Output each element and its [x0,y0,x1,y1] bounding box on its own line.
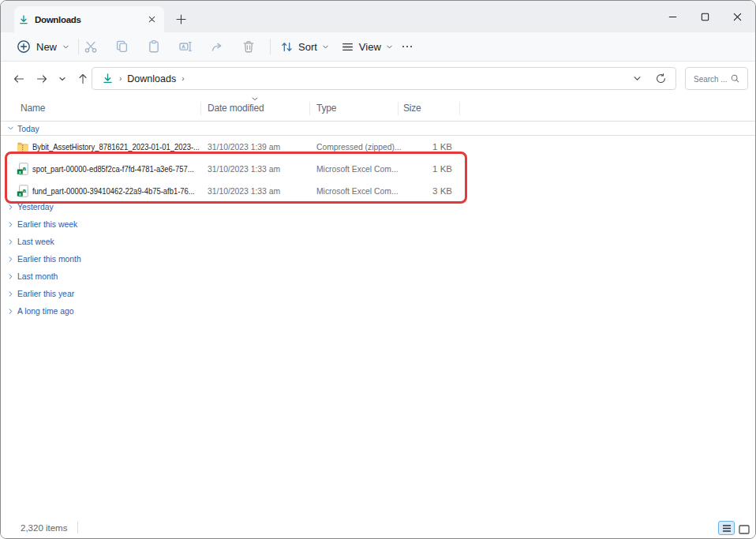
copy-icon [115,39,129,54]
file-size: 3 KB [395,186,452,196]
tab-close-icon[interactable] [148,15,156,24]
group-header-earlier-this-year[interactable]: Earlier this year [1,285,755,302]
file-list: Today Bybit_AssetHistory_8781621_2023-01… [1,121,755,518]
maximize-button[interactable] [689,1,721,32]
file-date-modified: 31/10/2023 1:39 am [208,142,280,152]
new-button[interactable]: New [17,39,69,54]
rename-button[interactable] [170,33,201,60]
paste-button[interactable] [138,33,170,60]
titlebar: Downloads [1,1,755,32]
status-bar: 2,320 items [1,518,755,538]
column-header-type[interactable]: Type [316,103,336,114]
ellipsis-icon [401,40,414,53]
group-label[interactable]: Today [17,123,39,134]
chevron-down-icon[interactable] [7,125,14,132]
group-header-earlier-this-week[interactable]: Earlier this week [1,215,755,233]
column-divider[interactable] [200,102,201,115]
chevron-right-icon[interactable] [7,308,14,315]
view-button[interactable]: View [341,40,393,54]
details-view-toggle[interactable] [718,521,735,535]
refresh-icon[interactable] [655,73,667,84]
up-arrow-icon [77,73,89,85]
breadcrumb-chevron-icon: › [119,74,122,83]
address-bar[interactable]: › Downloads › [92,67,676,90]
group-label[interactable]: Yesterday [17,201,54,212]
sort-button[interactable]: Sort [280,40,329,54]
address-dropdown-icon[interactable] [633,74,642,83]
forward-arrow-icon [36,73,48,85]
chevron-right-icon[interactable] [7,204,14,211]
column-divider[interactable] [309,102,310,115]
group-header-last-week[interactable]: Last week [1,233,755,250]
svg-text:x: x [19,170,21,174]
tab-downloads[interactable]: Downloads [14,6,164,32]
column-divider[interactable] [459,102,460,115]
more-options-button[interactable] [395,33,420,60]
close-button[interactable] [721,1,754,32]
search-placeholder: Search ... [694,74,728,84]
share-button[interactable] [201,33,233,60]
group-header-a-long-time-ago[interactable]: A long time ago [1,302,755,320]
download-icon [102,73,114,84]
column-header-date-modified[interactable]: Date modified [208,103,264,114]
excel-csv-icon: a x [17,185,29,197]
chevron-down-icon [386,43,393,51]
copy-button[interactable] [107,33,138,60]
file-name[interactable]: fund_part-00000-39410462-22a9-4b75-afb1-… [32,185,195,197]
plus-icon [176,14,186,24]
file-type: Compressed (zipped)... [316,142,402,152]
file-name[interactable]: Bybit_AssetHistory_8781621_2023-01-01_20… [32,141,200,152]
cut-button[interactable] [75,33,107,60]
circle-plus-icon [17,39,31,54]
zip-folder-icon [17,140,29,153]
paste-icon [147,39,161,54]
group-label[interactable]: Last month [17,271,58,282]
rename-icon [178,39,193,54]
group-label[interactable]: Earlier this week [17,219,77,230]
group-header-today[interactable]: Today [1,121,755,136]
column-header-name[interactable]: Name [21,103,45,114]
items-count: 2,320 items [21,523,67,533]
breadcrumb-downloads[interactable]: Downloads [127,73,176,84]
column-header-size[interactable]: Size [403,103,421,114]
chevron-right-icon[interactable] [7,238,14,245]
chevron-right-icon[interactable] [7,256,14,263]
up-button[interactable] [74,73,92,85]
chevron-right-icon[interactable] [7,290,14,298]
toolbar-divider [270,39,271,54]
file-type: Microsoft Excel Com... [316,164,399,174]
file-size: 1 KB [395,142,452,152]
download-icon [18,14,29,25]
new-tab-button[interactable] [170,9,191,29]
group-label[interactable]: A long time ago [17,305,74,316]
delete-button[interactable] [233,33,264,60]
breadcrumb-chevron-icon[interactable]: › [182,74,184,83]
back-button[interactable] [10,73,28,85]
group-header-yesterday[interactable]: Yesterday [1,198,755,215]
status-divider [77,522,78,533]
new-button-label: New [36,41,57,53]
excel-csv-icon: a x [17,163,29,175]
chevron-right-icon[interactable] [7,273,14,280]
group-header-last-month[interactable]: Last month [1,268,755,285]
file-name[interactable]: spot_part-00000-ed85f2ca-f7fd-4781-a3e6-… [32,163,194,174]
trash-icon [241,39,256,54]
column-divider[interactable] [398,102,399,115]
file-row-zip[interactable]: Bybit_AssetHistory_8781621_2023-01-01_20… [1,136,755,158]
file-row-spot-csv[interactable]: a x spot_part-00000-ed85f2ca-f7fd-4781-a… [1,158,755,180]
chevron-right-icon[interactable] [7,221,14,228]
sort-icon [280,40,294,54]
svg-text:x: x [19,192,21,197]
large-icons-view-toggle[interactable] [738,523,750,535]
recent-locations-button[interactable] [55,75,69,83]
minimize-button[interactable] [657,1,689,32]
file-type: Microsoft Excel Com... [316,186,399,196]
search-box[interactable]: Search ... [685,67,748,90]
svg-text:a: a [22,187,26,194]
group-label[interactable]: Earlier this month [17,253,81,264]
svg-text:a: a [22,165,26,172]
group-label[interactable]: Earlier this year [17,288,74,299]
group-header-earlier-this-month[interactable]: Earlier this month [1,250,755,268]
group-label[interactable]: Last week [17,236,54,247]
forward-button[interactable] [33,73,51,85]
